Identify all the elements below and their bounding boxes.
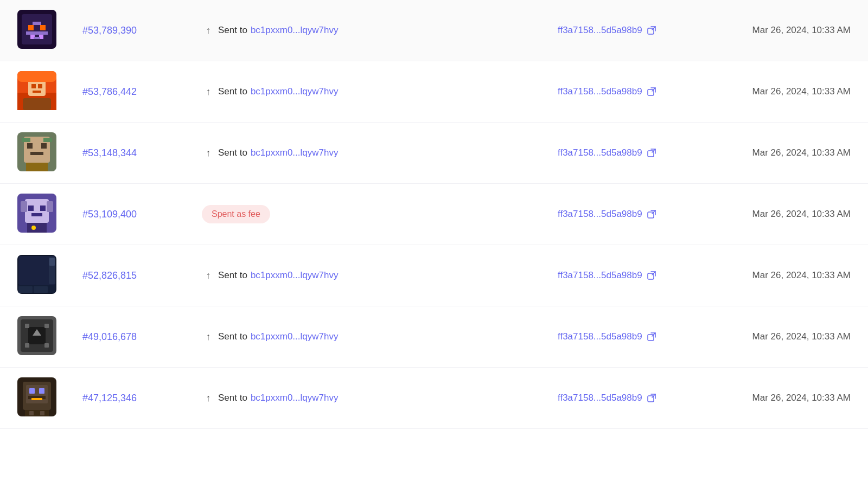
tx-hash-col: ff3a7158...5d5a98b9 [558,86,699,97]
block-number-col: #52,826,815 [82,270,202,281]
action-col: ↑Sent tobc1pxxm0...lqyw7hvy [202,391,558,404]
external-link-icon[interactable] [647,209,656,219]
sent-label: Sent to [218,331,247,342]
svg-rect-34 [21,201,27,212]
transaction-list: #53,789,390↑Sent tobc1pxxm0...lqyw7hvyff… [0,0,868,429]
address-link[interactable]: bc1pxxm0...lqyw7hvy [251,270,339,281]
sent-to-text: ↑Sent tobc1pxxm0...lqyw7hvy [202,391,338,404]
transaction-date: Mar 26, 2024, 10:33 AM [752,331,851,342]
svg-rect-18 [23,98,51,110]
transaction-date: Mar 26, 2024, 10:33 AM [752,393,851,403]
svg-rect-4 [33,22,41,25]
sent-label: Sent to [218,25,247,36]
external-link-icon[interactable] [647,332,656,342]
arrow-up-icon: ↑ [202,85,215,98]
svg-rect-35 [47,201,53,212]
tx-hash[interactable]: ff3a7158...5d5a98b9 [558,86,642,97]
external-link-icon[interactable] [647,87,656,97]
svg-rect-65 [40,411,44,415]
block-number[interactable]: #53,789,390 [82,25,137,36]
svg-rect-54 [44,343,49,348]
avatar [17,316,82,357]
block-number[interactable]: #53,109,400 [82,209,137,220]
svg-rect-25 [22,138,30,142]
table-row: #53,789,390↑Sent tobc1pxxm0...lqyw7hvyff… [0,0,868,61]
svg-rect-51 [25,324,29,328]
external-link-icon[interactable] [647,393,656,403]
external-link-icon[interactable] [647,148,656,158]
address-link[interactable]: bc1pxxm0...lqyw7hvy [251,147,339,158]
avatar-col [17,71,82,112]
date-col: Mar 26, 2024, 10:33 AM [699,393,851,403]
svg-rect-31 [28,206,34,211]
block-number[interactable]: #53,786,442 [82,86,137,97]
external-link-icon[interactable] [647,25,656,35]
block-number[interactable]: #47,125,346 [82,393,137,403]
tx-hash-col: ff3a7158...5d5a98b9 [558,270,699,281]
svg-rect-26 [43,138,52,142]
address-link[interactable]: bc1pxxm0...lqyw7hvy [251,25,339,36]
table-row: #53,786,442↑Sent tobc1pxxm0...lqyw7hvyff… [0,61,868,123]
block-number[interactable]: #52,826,815 [82,270,137,281]
svg-rect-22 [27,143,33,149]
table-row: #53,109,400Spent as feeff3a7158...5d5a98… [0,184,868,245]
sent-to-text: ↑Sent tobc1pxxm0...lqyw7hvy [202,24,338,37]
action-col: Spent as fee [202,205,558,223]
avatar-col [17,194,82,235]
tx-hash[interactable]: ff3a7158...5d5a98b9 [558,147,642,158]
sent-to-text: ↑Sent tobc1pxxm0...lqyw7hvy [202,146,338,159]
action-col: ↑Sent tobc1pxxm0...lqyw7hvy [202,24,558,37]
action-col: ↑Sent tobc1pxxm0...lqyw7hvy [202,85,558,98]
address-link[interactable]: bc1pxxm0...lqyw7hvy [251,393,339,403]
transaction-date: Mar 26, 2024, 10:33 AM [752,86,851,97]
svg-rect-13 [28,80,46,96]
svg-rect-43 [49,258,55,266]
sent-label: Sent to [218,147,247,158]
arrow-up-icon: ↑ [202,269,215,282]
date-col: Mar 26, 2024, 10:33 AM [699,147,851,158]
block-number[interactable]: #49,016,678 [82,331,137,342]
avatar-col [17,316,82,357]
avatar-col [17,377,82,419]
sent-label: Sent to [218,86,247,97]
avatar-col [17,132,82,174]
tx-hash-col: ff3a7158...5d5a98b9 [558,147,699,158]
arrow-up-icon: ↑ [202,24,215,37]
svg-rect-14 [31,84,36,88]
avatar [17,194,82,235]
transaction-date: Mar 26, 2024, 10:33 AM [752,270,851,280]
table-row: #53,148,344↑Sent tobc1pxxm0...lqyw7hvyff… [0,123,868,184]
action-col: ↑Sent tobc1pxxm0...lqyw7hvy [202,330,558,343]
external-link-icon[interactable] [647,271,656,280]
block-number-col: #49,016,678 [82,331,202,343]
table-row: #49,016,678↑Sent tobc1pxxm0...lqyw7hvyff… [0,306,868,368]
tx-hash[interactable]: ff3a7158...5d5a98b9 [558,393,642,403]
date-col: Mar 26, 2024, 10:33 AM [699,270,851,281]
fee-badge: Spent as fee [202,205,270,223]
sent-label: Sent to [218,393,247,403]
svg-rect-3 [40,25,46,30]
svg-rect-16 [33,91,41,93]
tx-hash[interactable]: ff3a7158...5d5a98b9 [558,25,642,36]
svg-rect-32 [40,206,46,211]
svg-rect-8 [34,37,40,39]
svg-rect-27 [26,163,48,171]
avatar [17,377,82,419]
sent-to-text: ↑Sent tobc1pxxm0...lqyw7hvy [202,330,338,343]
tx-hash[interactable]: ff3a7158...5d5a98b9 [558,270,642,281]
block-number-col: #53,148,344 [82,147,202,159]
block-number[interactable]: #53,148,344 [82,147,137,158]
svg-rect-63 [25,410,49,416]
transaction-date: Mar 26, 2024, 10:33 AM [752,147,851,158]
address-link[interactable]: bc1pxxm0...lqyw7hvy [251,331,339,342]
tx-hash[interactable]: ff3a7158...5d5a98b9 [558,209,642,220]
svg-rect-24 [30,152,43,155]
svg-rect-2 [28,25,34,30]
svg-rect-23 [41,143,47,149]
tx-hash[interactable]: ff3a7158...5d5a98b9 [558,331,642,342]
svg-rect-53 [25,343,29,348]
svg-rect-59 [29,388,35,394]
svg-rect-58 [26,385,48,403]
address-link[interactable]: bc1pxxm0...lqyw7hvy [251,86,339,97]
block-number-col: #53,789,390 [82,25,202,36]
